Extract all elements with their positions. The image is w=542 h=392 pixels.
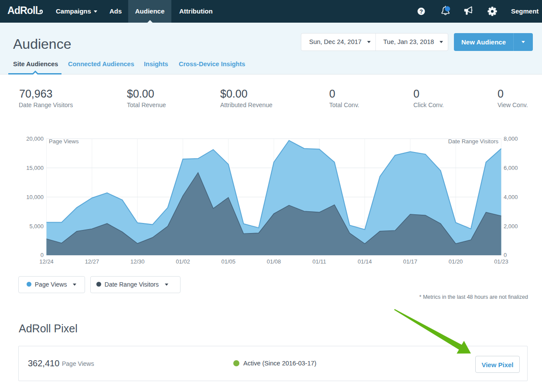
svg-text:Date Range Visitors: Date Range Visitors — [448, 138, 499, 145]
svg-text:20,000: 20,000 — [26, 135, 44, 142]
svg-text:01/11: 01/11 — [313, 258, 327, 265]
svg-text:01/05: 01/05 — [221, 258, 235, 265]
svg-text:6,000: 6,000 — [504, 165, 518, 171]
svg-text:01/14: 01/14 — [358, 258, 372, 265]
svg-text:4,000: 4,000 — [504, 194, 518, 200]
svg-text:12/30: 12/30 — [130, 258, 145, 265]
svg-text:5,000: 5,000 — [29, 223, 44, 230]
svg-text:?: ? — [419, 9, 423, 15]
svg-text:10,000: 10,000 — [26, 194, 44, 200]
svg-text:8,000: 8,000 — [504, 135, 518, 142]
svg-text:0: 0 — [504, 252, 507, 258]
svg-text:01/02: 01/02 — [176, 258, 190, 265]
svg-text:Page Views: Page Views — [49, 138, 79, 145]
svg-text:01/17: 01/17 — [403, 258, 418, 265]
svg-text:01/20: 01/20 — [449, 258, 463, 265]
svg-text:15,000: 15,000 — [26, 165, 44, 171]
svg-text:12/24: 12/24 — [39, 258, 54, 265]
svg-text:01/23: 01/23 — [494, 258, 508, 265]
svg-text:01/08: 01/08 — [267, 258, 281, 265]
svg-text:2,000: 2,000 — [504, 223, 518, 230]
svg-text:0: 0 — [41, 252, 44, 258]
svg-text:12/27: 12/27 — [85, 258, 99, 265]
